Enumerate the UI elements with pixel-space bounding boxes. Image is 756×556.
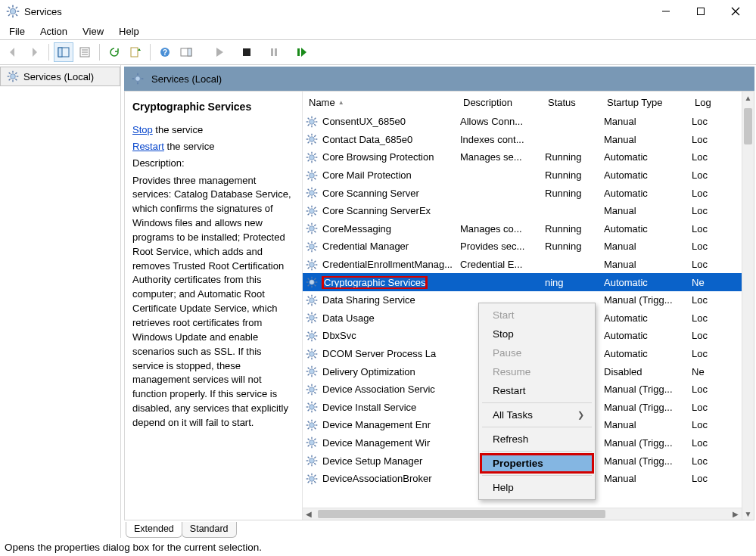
pause-service-button[interactable] — [264, 42, 284, 62]
svg-line-210 — [314, 446, 316, 447]
svg-line-147 — [314, 321, 316, 322]
service-name-cell: DeviceAssociationBroker — [303, 473, 457, 485]
menu-help[interactable]: Help — [111, 24, 147, 39]
cm-stop[interactable]: Stop — [481, 325, 593, 343]
cm-help[interactable]: Help — [481, 478, 593, 497]
service-startup-cell: Automatic — [601, 277, 689, 288]
scroll-down-arrow-icon[interactable]: ▼ — [742, 508, 754, 520]
scroll-left-arrow-icon[interactable]: ◀ — [303, 510, 315, 518]
nav-back-button[interactable] — [3, 42, 23, 62]
horizontal-scrollbar[interactable]: ◀ ▶ — [303, 508, 742, 520]
scroll-thumb[interactable] — [318, 510, 605, 518]
service-startup-cell: Manual (Trigg... — [601, 294, 689, 306]
table-row[interactable]: Contact Data_685e0Indexes cont...ManualL… — [303, 131, 754, 149]
svg-line-119 — [308, 260, 310, 262]
vertical-scrollbar[interactable]: ▲ ▼ — [742, 92, 754, 520]
service-logon-cell: Loc — [689, 151, 719, 163]
col-description[interactable]: Description — [457, 94, 542, 111]
table-row[interactable]: ConsentUX_685e0Allows Conn...ManualLoc — [303, 113, 754, 131]
restart-service-button[interactable] — [291, 42, 311, 62]
cm-refresh[interactable]: Refresh — [481, 430, 593, 449]
service-gear-icon — [306, 455, 318, 467]
service-startup-cell: Automatic — [601, 330, 689, 341]
table-row[interactable]: CredentialEnrollmentManag...Credential E… — [303, 256, 754, 274]
stop-link[interactable]: Stop — [132, 124, 153, 135]
table-row[interactable]: Credential ManagerProvides sec...Running… — [303, 238, 754, 256]
table-row[interactable]: Core Scanning ServerExManualLoc — [303, 202, 754, 220]
show-hide-tree-button[interactable] — [54, 42, 73, 62]
tab-standard[interactable]: Standard — [182, 522, 237, 538]
service-gear-icon — [306, 365, 318, 377]
svg-point-213 — [310, 458, 315, 464]
col-status[interactable]: Status — [542, 94, 601, 111]
tree-services-local[interactable]: Services (Local) — [0, 67, 120, 86]
service-name-cell: Core Scanning ServerEx — [303, 205, 457, 217]
service-name-cell: Delivery Optimization — [303, 365, 457, 377]
service-desc-cell: Manages se... — [457, 151, 542, 163]
cm-restart[interactable]: Restart — [481, 381, 593, 400]
maximize-button[interactable] — [683, 0, 718, 23]
cm-start[interactable]: Start — [481, 306, 593, 325]
scroll-thumb[interactable] — [744, 108, 752, 144]
help-toolbar-button[interactable]: ? — [155, 42, 175, 62]
close-button[interactable] — [718, 0, 753, 23]
service-name-cell: Data Sharing Service — [303, 294, 457, 306]
svg-line-194 — [314, 403, 316, 405]
svg-line-138 — [314, 303, 316, 304]
refresh-button[interactable] — [104, 42, 124, 62]
content-header-title: Services (Local) — [151, 73, 222, 85]
svg-line-212 — [314, 439, 316, 440]
service-startup-cell: Automatic — [601, 223, 689, 235]
table-row[interactable]: Cryptographic ServicesningAutomaticNe — [303, 273, 754, 291]
export-list-button[interactable] — [126, 42, 145, 62]
cm-properties[interactable]: Properties — [481, 454, 593, 473]
nav-forward-button[interactable] — [24, 42, 44, 62]
cm-pause[interactable]: Pause — [481, 343, 593, 362]
svg-text:?: ? — [163, 48, 167, 57]
cm-all-tasks[interactable]: All Tasks❯ — [481, 405, 593, 424]
restart-suffix: the service — [164, 141, 214, 152]
tab-extended[interactable]: Extended — [126, 522, 182, 538]
restart-link[interactable]: Restart — [132, 141, 164, 152]
scroll-right-arrow-icon[interactable]: ▶ — [730, 510, 742, 518]
service-gear-icon — [306, 312, 318, 324]
show-hide-action-pane-button[interactable] — [176, 42, 196, 62]
service-logon-cell: Loc — [689, 169, 719, 181]
svg-point-69 — [310, 172, 315, 178]
scroll-up-arrow-icon[interactable]: ▲ — [742, 92, 754, 104]
svg-line-184 — [308, 392, 310, 393]
minimize-button[interactable] — [649, 0, 683, 23]
col-logon[interactable]: Log — [689, 94, 719, 111]
menu-file[interactable]: File — [2, 24, 33, 39]
service-name-cell: Cryptographic Services — [303, 276, 457, 289]
properties-toolbar-button[interactable] — [75, 42, 95, 62]
stop-service-button[interactable] — [237, 42, 257, 62]
svg-line-203 — [314, 421, 316, 423]
svg-line-101 — [308, 225, 310, 226]
service-startup-cell: Manual (Trigg... — [601, 384, 689, 395]
col-name[interactable]: Name▲ — [303, 94, 457, 111]
menu-action[interactable]: Action — [33, 24, 75, 39]
svg-line-209 — [308, 439, 310, 440]
svg-rect-24 — [243, 48, 250, 56]
service-gear-icon — [306, 276, 318, 288]
svg-line-140 — [314, 296, 316, 297]
service-name-cell: DbxSvc — [303, 330, 457, 342]
table-row[interactable]: Core Mail ProtectionRunningAutomaticLoc — [303, 166, 754, 185]
table-row[interactable]: CoreMessagingManages co...RunningAutomat… — [303, 220, 754, 238]
col-startup[interactable]: Startup Type — [601, 94, 689, 111]
svg-line-58 — [308, 142, 310, 144]
service-logon-cell: Loc — [689, 116, 719, 127]
start-service-button[interactable] — [210, 42, 229, 62]
svg-point-78 — [310, 191, 315, 196]
table-row[interactable]: Core Browsing ProtectionManages se...Run… — [303, 148, 754, 166]
cm-resume[interactable]: Resume — [481, 362, 593, 381]
svg-line-149 — [314, 314, 316, 315]
menu-view[interactable]: View — [75, 24, 111, 39]
svg-line-201 — [314, 427, 316, 429]
svg-line-95 — [314, 207, 316, 208]
svg-point-105 — [310, 244, 315, 250]
table-row[interactable]: Core Scanning ServerRunningAutomaticLoc — [303, 184, 754, 202]
svg-point-141 — [310, 315, 315, 321]
svg-point-204 — [310, 440, 315, 446]
